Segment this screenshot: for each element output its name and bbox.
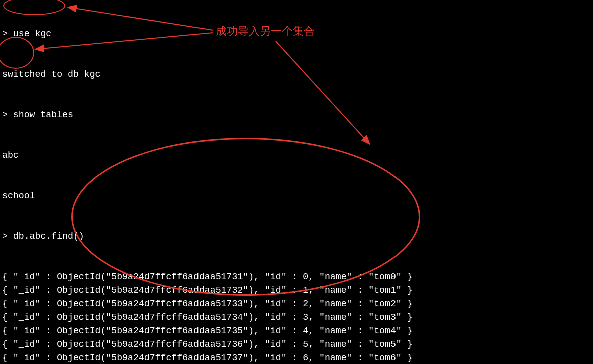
result-rows: { "_id" : ObjectId("5b9a24d7ffcff6addaa5…	[2, 270, 591, 364]
output-table-abc: abc	[2, 149, 591, 162]
result-row: { "_id" : ObjectId("5b9a24d7ffcff6addaa5…	[2, 297, 591, 311]
terminal-output[interactable]: > use kgc switched to db kgc > show tabl…	[0, 0, 593, 364]
result-row: { "_id" : ObjectId("5b9a24d7ffcff6addaa5…	[2, 351, 591, 364]
output-switched: switched to db kgc	[2, 68, 591, 81]
cmd-find: > db.abc.find()	[2, 230, 591, 243]
result-row: { "_id" : ObjectId("5b9a24d7ffcff6addaa5…	[2, 284, 591, 297]
output-table-school: school	[2, 189, 591, 203]
result-row: { "_id" : ObjectId("5b9a24d7ffcff6addaa5…	[2, 270, 591, 284]
cmd-show-tables: > show tables	[2, 108, 591, 122]
result-row: { "_id" : ObjectId("5b9a24d7ffcff6addaa5…	[2, 311, 591, 324]
result-row: { "_id" : ObjectId("5b9a24d7ffcff6addaa5…	[2, 338, 591, 351]
cmd-use-kgc: > use kgc	[2, 27, 591, 41]
result-row: { "_id" : ObjectId("5b9a24d7ffcff6addaa5…	[2, 324, 591, 338]
